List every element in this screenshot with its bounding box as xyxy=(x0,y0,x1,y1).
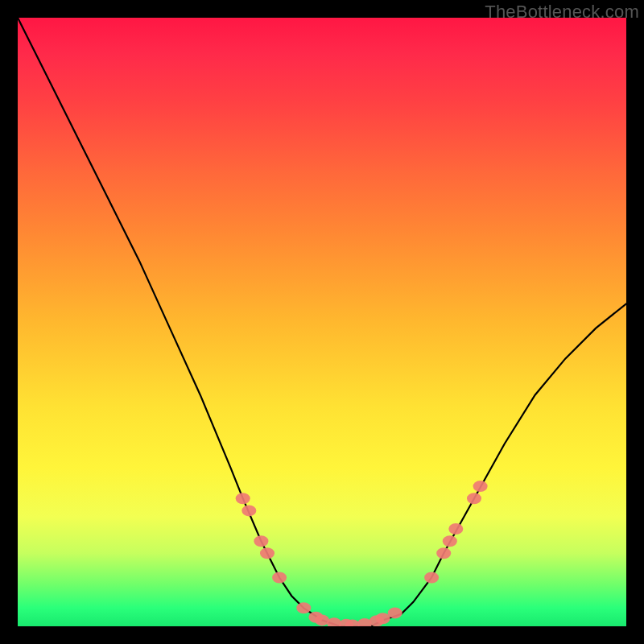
curve-marker xyxy=(260,547,275,559)
chart-svg xyxy=(18,18,626,626)
curve-marker xyxy=(254,535,268,547)
curve-markers xyxy=(236,481,488,626)
bottleneck-curve xyxy=(18,18,626,626)
curve-marker xyxy=(376,613,390,624)
curve-marker xyxy=(236,493,250,504)
chart-frame: TheBottleneck.com xyxy=(0,0,644,644)
curve-marker xyxy=(424,572,439,584)
curve-marker xyxy=(296,602,311,613)
curve-marker xyxy=(272,572,287,584)
curve-marker xyxy=(443,535,457,547)
curve-marker xyxy=(357,618,372,626)
curve-marker xyxy=(448,523,463,535)
curve-marker xyxy=(436,547,451,559)
curve-marker xyxy=(473,481,488,492)
curve-marker xyxy=(242,505,256,516)
curve-marker xyxy=(467,493,481,504)
chart-plot-area xyxy=(18,18,626,626)
curve-marker xyxy=(388,607,402,618)
watermark-label: TheBottleneck.com xyxy=(485,2,639,23)
